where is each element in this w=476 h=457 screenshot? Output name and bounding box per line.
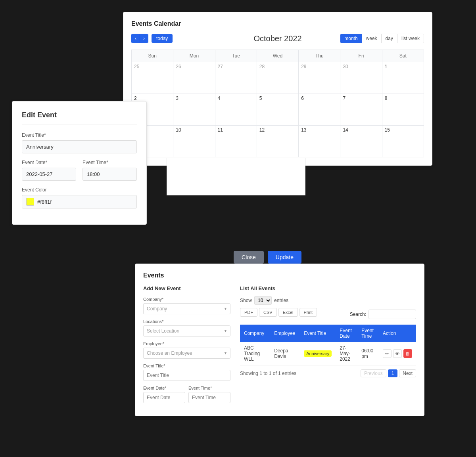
locations-group: Locations* Select Location [143, 319, 230, 337]
event-time-field[interactable] [188, 392, 230, 403]
table-header-row: Company Employee Event Title Event Date … [240, 325, 416, 342]
event-date-group: Event Date* [22, 160, 76, 181]
view-icon[interactable]: 👁 [393, 349, 402, 358]
calendar-cell[interactable]: 26 [173, 62, 215, 94]
calendar-cell[interactable]: 12 [257, 126, 298, 157]
entries-select[interactable]: 10 25 50 [254, 296, 272, 305]
page-1-button[interactable]: 1 [388, 369, 398, 377]
event-date-input[interactable] [22, 168, 76, 181]
event-time-label: Event Time* [188, 386, 230, 390]
color-swatch [26, 198, 34, 206]
event-description-input[interactable] [167, 158, 305, 195]
data-table: Company Employee Event Title Event Date … [240, 325, 416, 365]
action-buttons: ✏ 👁 🗑 [383, 349, 412, 358]
employee-group: Employee* Choose an Employee [143, 341, 230, 359]
calendar-cell[interactable]: 11 [215, 126, 257, 157]
calendar-cell[interactable]: 14 [340, 126, 382, 157]
list-events-title: List All Events [240, 285, 416, 291]
event-title-group: Event Title* [143, 363, 230, 381]
cell-event-time: 06:00 pm [357, 342, 379, 365]
company-select[interactable]: Company [143, 303, 230, 314]
csv-button[interactable]: CSV [259, 308, 277, 317]
col-fri: Fri [340, 50, 382, 62]
calendar-row: 9 10 11 12 13 14 15 [132, 126, 424, 157]
calendar-cell[interactable]: 30 [340, 62, 382, 94]
calendar-cell[interactable]: 10 [173, 126, 215, 157]
prev-month-button[interactable]: ‹ [132, 34, 140, 43]
employee-select[interactable]: Choose an Employee [143, 348, 230, 359]
excel-button[interactable]: Excel [278, 308, 298, 317]
show-label: Show [240, 298, 252, 303]
add-event-form: Add New Event Company* Company Locations… [143, 285, 230, 408]
calendar-panel: Events Calendar ‹ › today October 2022 m… [123, 12, 432, 166]
event-time-input[interactable] [83, 168, 137, 181]
event-date-group: Event Date* [143, 386, 185, 403]
col-event-time: Event Time [357, 325, 379, 342]
calendar-cell[interactable]: 13 [299, 126, 340, 157]
calendar-cell[interactable]: 5 [257, 94, 298, 126]
cell-action: ✏ 👁 🗑 [379, 342, 416, 365]
pdf-button[interactable]: PDF [240, 308, 257, 317]
event-badge: Anniversary [304, 350, 332, 357]
list-events: List All Events Show 10 25 50 entries PD… [240, 285, 416, 408]
col-event-title: Event Title [300, 325, 336, 342]
next-month-button[interactable]: › [140, 34, 148, 43]
event-title-input[interactable] [22, 140, 137, 153]
col-company: Company [240, 325, 270, 342]
next-page-button[interactable]: Next [399, 369, 416, 377]
calendar-cell[interactable]: 15 [382, 126, 424, 157]
event-title-label: Event Title* [143, 363, 230, 368]
date-time-fields: Event Date* Event Time* [143, 386, 230, 408]
employee-label: Employee* [143, 341, 230, 346]
calendar-title: Events Calendar [131, 20, 424, 27]
calendar-cell[interactable]: 1 [382, 62, 424, 94]
cell-event-date: 27-May-2022 [336, 342, 357, 365]
col-thu: Thu [299, 50, 340, 62]
view-listweek-button[interactable]: list week [397, 34, 424, 43]
col-event-date: Event Date [336, 325, 357, 342]
calendar-cell[interactable]: 29 [299, 62, 340, 94]
event-title-field[interactable] [143, 370, 230, 381]
employee-select-wrapper: Choose an Employee [143, 348, 230, 359]
calendar-cell[interactable]: 7 [340, 94, 382, 126]
calendar-cell[interactable]: 4 [215, 94, 257, 126]
col-employee: Employee [270, 325, 300, 342]
event-title-label: Event Title* [22, 132, 137, 138]
calendar-cell[interactable]: 25 [132, 62, 173, 94]
table-footer: Showing 1 to 1 of 1 entries Previous 1 N… [240, 369, 416, 377]
events-panel: Events Add New Event Company* Company Lo… [135, 264, 424, 416]
calendar-cell[interactable]: 27 [215, 62, 257, 94]
event-time-label: Event Time* [83, 160, 137, 165]
view-week-button[interactable]: week [362, 34, 382, 43]
search-label: Search: [350, 312, 366, 317]
calendar-month-year: October 2022 [253, 34, 301, 43]
calendar-cell[interactable]: 28 [257, 62, 298, 94]
view-buttons: month week day list week [340, 34, 424, 43]
events-panel-title: Events [143, 272, 416, 279]
update-button[interactable]: Update [268, 251, 301, 264]
delete-icon[interactable]: 🗑 [403, 349, 412, 358]
print-button[interactable]: Print [299, 308, 317, 317]
event-date-field[interactable] [143, 392, 185, 403]
search-input[interactable] [369, 310, 416, 319]
calendar-cell[interactable]: 3 [173, 94, 215, 126]
locations-label: Locations* [143, 319, 230, 324]
locations-select-wrapper: Select Location [143, 325, 230, 337]
calendar-cell[interactable]: 6 [299, 94, 340, 126]
event-color-label: Event Color [22, 187, 137, 193]
entries-label: entries [274, 298, 288, 303]
today-button[interactable]: today [152, 34, 173, 43]
event-time-group: Event Time* [83, 160, 137, 181]
view-month-button[interactable]: month [340, 34, 362, 43]
company-label: Company* [143, 297, 230, 302]
prev-page-button[interactable]: Previous [361, 369, 386, 377]
color-input-wrapper[interactable]: #f8ff1f [22, 195, 137, 208]
col-action: Action [379, 325, 416, 342]
edit-icon[interactable]: ✏ [383, 349, 392, 358]
view-day-button[interactable]: day [382, 34, 397, 43]
calendar-cell[interactable]: 8 [382, 94, 424, 126]
showing-text: Showing 1 to 1 of 1 entries [240, 371, 296, 376]
close-button[interactable]: Close [234, 251, 264, 264]
color-value: #f8ff1f [37, 199, 52, 205]
locations-select[interactable]: Select Location [143, 325, 230, 337]
